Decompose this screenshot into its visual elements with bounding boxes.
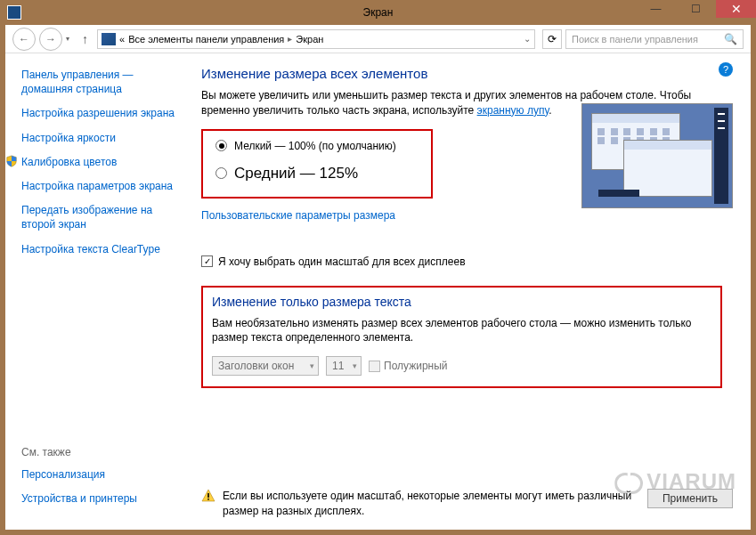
- checkbox-icon: ✓: [201, 255, 213, 267]
- address-dropdown-icon[interactable]: ⌄: [524, 34, 531, 44]
- sidebar-link-cleartype[interactable]: Настройка текста ClearType: [21, 242, 182, 256]
- see-also-section: См. также Персонализация Устройства и пр…: [21, 446, 137, 515]
- breadcrumb-item[interactable]: Экран: [296, 34, 323, 45]
- breadcrumb-prefix: «: [119, 34, 125, 45]
- single-scale-label: Я хочу выбрать один масштаб для всех дис…: [218, 255, 466, 268]
- see-also-devices[interactable]: Устройства и принтеры: [21, 491, 137, 506]
- help-icon[interactable]: ?: [719, 62, 733, 77]
- radio-small-label: Мелкий — 100% (по умолчанию): [234, 140, 396, 152]
- shield-icon: [5, 155, 18, 167]
- titlebar: Экран — ☐ ✕: [0, 0, 756, 25]
- minimize-button[interactable]: —: [636, 0, 676, 18]
- desc-text-only: Вам необязательно изменять размер всех э…: [212, 316, 711, 346]
- radio-icon: [215, 167, 227, 179]
- magnifier-link[interactable]: экранную лупу: [477, 104, 549, 117]
- see-also-personalization[interactable]: Персонализация: [21, 467, 137, 482]
- back-button[interactable]: ←: [12, 28, 36, 51]
- heading-resize-all: Изменение размера всех элементов: [201, 66, 733, 81]
- see-also-heading: См. также: [21, 446, 137, 458]
- sidebar-link-brightness[interactable]: Настройка яркости: [21, 131, 182, 145]
- warning-text: Если вы используете один масштаб, некото…: [223, 489, 640, 519]
- window-title: Экран: [363, 6, 394, 19]
- radio-medium[interactable]: Средний — 125%: [215, 165, 419, 182]
- navbar: ← → ▾ ↑ « Все элементы панели управления…: [5, 25, 751, 53]
- address-bar[interactable]: « Все элементы панели управления ▸ Экран…: [97, 29, 535, 49]
- watermark-logo-icon: [614, 473, 643, 490]
- checkbox-icon: [369, 361, 380, 372]
- sidebar-link-home[interactable]: Панель управления — домашняя страница: [21, 68, 182, 96]
- svg-rect-0: [207, 493, 209, 498]
- forward-button[interactable]: →: [39, 28, 62, 51]
- main-content: ? Изменение размера всех элементов Вы мо…: [192, 53, 751, 530]
- heading-text-only: Изменение только размера текста: [212, 295, 711, 309]
- bold-checkbox[interactable]: Полужирный: [369, 360, 448, 372]
- radio-icon: [215, 140, 227, 151]
- size-dropdown[interactable]: 11: [326, 356, 362, 376]
- breadcrumb-separator-icon: ▸: [288, 34, 292, 44]
- preview-illustration: [581, 103, 733, 208]
- single-scale-checkbox[interactable]: ✓ Я хочу выбрать один масштаб для всех д…: [201, 255, 733, 268]
- maximize-button[interactable]: ☐: [676, 0, 716, 18]
- radio-medium-label: Средний — 125%: [234, 165, 358, 182]
- app-icon: [7, 5, 21, 20]
- custom-size-link[interactable]: Пользовательские параметры размера: [201, 209, 733, 222]
- bold-label: Полужирный: [384, 360, 448, 372]
- history-dropdown[interactable]: ▾: [66, 35, 69, 43]
- text-size-box: Изменение только размера текста Вам необ…: [201, 286, 722, 389]
- watermark: VIARUM: [614, 469, 736, 494]
- warning-icon: [201, 489, 215, 503]
- sidebar-link-screen-params[interactable]: Настройка параметров экрана: [21, 179, 182, 193]
- breadcrumb-item[interactable]: Все элементы панели управления: [128, 34, 284, 45]
- scale-options-box: Мелкий — 100% (по умолчанию) Средний — 1…: [201, 129, 433, 199]
- sidebar-link-resolution[interactable]: Настройка разрешения экрана: [21, 106, 182, 120]
- svg-rect-1: [207, 499, 209, 500]
- sidebar-link-project[interactable]: Передать изображение на второй экран: [21, 203, 182, 231]
- search-icon: 🔍: [724, 33, 737, 45]
- element-dropdown[interactable]: Заголовки окон: [212, 356, 319, 376]
- close-button[interactable]: ✕: [716, 0, 756, 18]
- sidebar-link-calibration[interactable]: Калибровка цветов: [5, 155, 182, 169]
- refresh-button[interactable]: ⟳: [542, 29, 562, 49]
- sidebar: Панель управления — домашняя страница На…: [5, 53, 192, 530]
- location-icon: [102, 33, 116, 45]
- search-input[interactable]: Поиск в панели управления 🔍: [565, 29, 744, 49]
- search-placeholder: Поиск в панели управления: [572, 34, 724, 45]
- radio-small[interactable]: Мелкий — 100% (по умолчанию): [215, 140, 419, 152]
- up-button[interactable]: ↑: [82, 32, 88, 46]
